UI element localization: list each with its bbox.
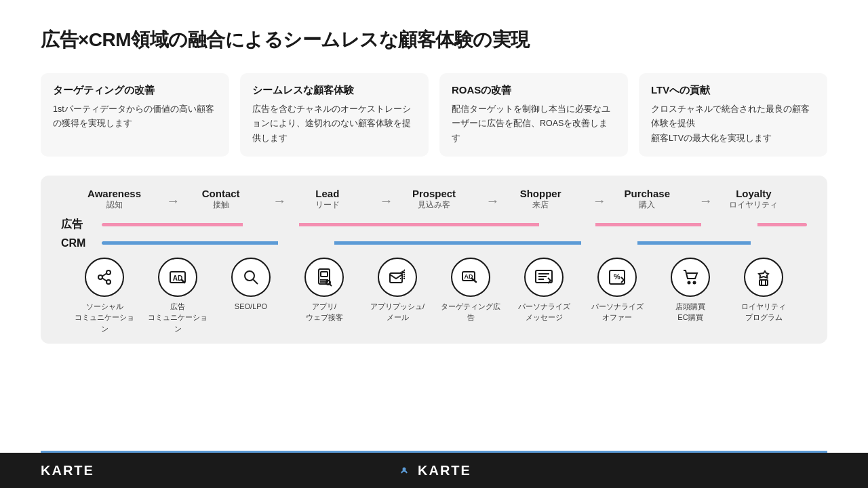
- stage-contact-en: Contact: [202, 188, 240, 199]
- svg-line-3: [102, 273, 106, 276]
- icon-social: ソーシャルコミュニケーション: [74, 258, 135, 335]
- card-targeting: ターゲティングの改善 1stパーティデータからの価値の高い顧客の獲得を実現します: [41, 73, 229, 157]
- stage-purchase-jp: 購入: [639, 199, 655, 211]
- card-roas-body: 配信ターゲットを制御し本当に必要なユーザーに広告を配信、ROASを改善します: [452, 102, 616, 146]
- icon-cart-circle: [671, 258, 710, 297]
- page: 広告×CRM領域の融合によるシームレスな顧客体験の実現 ターゲティングの改善 1…: [0, 0, 868, 488]
- icon-seo-circle: [231, 258, 271, 297]
- svg-rect-10: [321, 272, 328, 277]
- icon-personalize-msg: パーソナライズメッセージ: [513, 258, 574, 323]
- card-targeting-title: ターゲティングの改善: [53, 84, 217, 97]
- svg-point-25: [688, 281, 690, 283]
- card-roas: ROASの改善 配信ターゲットを制御し本当に必要なユーザーに広告を配信、ROAS…: [439, 73, 628, 157]
- stage-loyalty: Loyalty ロイヤリティ: [701, 188, 807, 211]
- svg-point-30: [403, 468, 406, 471]
- stage-awareness-jp: 認知: [106, 199, 123, 211]
- icon-social-circle: [85, 258, 124, 297]
- icon-ad-circle: AD: [158, 258, 197, 297]
- cards-row: ターゲティングの改善 1stパーティデータからの価値の高い顧客の獲得を実現します…: [41, 73, 827, 157]
- svg-line-4: [102, 278, 106, 281]
- icon-loyalty-label: ロイヤリティプログラム: [741, 301, 786, 323]
- icon-push-circle: [378, 258, 417, 297]
- icon-targeting-ad: AD ターゲティング広告: [440, 258, 501, 323]
- stage-shopper-en: Shopper: [520, 188, 561, 199]
- svg-point-2: [106, 280, 111, 284]
- card-seamless-body: 広告を含むチャネルのオーケストレーションにより、途切れのない顧客体験を提供します: [252, 102, 416, 146]
- icon-push-label: アプリプッシュ/メール: [370, 301, 425, 323]
- icon-seo: SEO/LPO: [220, 258, 281, 312]
- card-seamless: シームレスな顧客体験 広告を含むチャネルのオーケストレーションにより、途切れのな…: [240, 73, 429, 157]
- stage-loyalty-en: Loyalty: [736, 188, 772, 199]
- icon-cart-label: 店頭購買EC購買: [675, 301, 705, 323]
- icon-targeting-ad-label: ターゲティング広告: [440, 301, 501, 323]
- icons-row: ソーシャルコミュニケーション AD 広告コミュニケーション: [61, 258, 807, 335]
- icon-ad-label: 広告コミュニケーション: [147, 301, 208, 335]
- stage-shopper-jp: 来店: [532, 199, 549, 211]
- lines-section: 広告 CRM: [61, 218, 807, 249]
- icon-loyalty: ロイヤリティプログラム: [733, 258, 794, 323]
- stage-lead-en: Lead: [315, 188, 339, 199]
- footer: KARTE KARTE: [0, 453, 868, 488]
- icon-loyalty-circle: [744, 258, 783, 297]
- svg-line-14: [330, 284, 332, 286]
- card-seamless-title: シームレスな顧客体験: [252, 84, 416, 97]
- karte-logo-icon: [396, 462, 412, 479]
- card-ltv-title: LTVへの貢献: [651, 84, 815, 97]
- icon-personalize-offer-label: パーソナライズオファー: [591, 301, 644, 323]
- stage-awareness-en: Awareness: [87, 188, 141, 199]
- icon-targeting-ad-circle: AD: [451, 258, 490, 297]
- icon-push: アプリプッシュ/メール: [367, 258, 428, 323]
- icon-app-circle: [304, 258, 344, 297]
- svg-text:%: %: [614, 272, 620, 281]
- icon-personalize-msg-label: パーソナライズメッセージ: [518, 301, 570, 323]
- ad-track: [102, 223, 807, 226]
- icon-social-label: ソーシャルコミュニケーション: [74, 301, 135, 335]
- icon-personalize-offer: % パーソナライズオファー: [587, 258, 648, 323]
- crm-line-row: CRM: [61, 237, 807, 249]
- stage-contact: Contact 接触 →: [167, 188, 274, 211]
- card-targeting-body: 1stパーティデータからの価値の高い顧客の獲得を実現します: [53, 102, 217, 131]
- stage-purchase-en: Purchase: [625, 188, 671, 199]
- stage-prospect-jp: 見込み客: [418, 199, 450, 211]
- svg-rect-27: [760, 280, 768, 285]
- stage-contact-jp: 接触: [213, 199, 229, 211]
- crm-label: CRM: [61, 237, 102, 249]
- card-ltv-body: クロスチャネルで統合された最良の顧客体験を提供顧客LTVの最大化を実現します: [651, 102, 815, 146]
- card-ltv: LTVへの貢献 クロスチャネルで統合された最良の顧客体験を提供顧客LTVの最大化…: [639, 73, 827, 157]
- svg-point-7: [245, 271, 254, 281]
- ad-line-row: 広告: [61, 218, 807, 232]
- journey-section: Awareness 認知 → Contact 接触 → Lead リード → P…: [41, 176, 827, 344]
- icon-personalize-msg-circle: [524, 258, 564, 297]
- svg-point-26: [694, 281, 696, 283]
- page-title: 広告×CRM領域の融合によるシームレスな顧客体験の実現: [41, 27, 827, 53]
- footer-brand-left: KARTE: [41, 463, 94, 479]
- icon-ad: AD 広告コミュニケーション: [147, 258, 208, 335]
- svg-point-1: [106, 270, 111, 274]
- svg-text:AD: AD: [173, 274, 182, 282]
- stage-lead: Lead リード →: [274, 188, 380, 211]
- icon-app: アプリ/ウェブ接客: [294, 258, 355, 323]
- stage-loyalty-jp: ロイヤリティ: [729, 199, 778, 211]
- stage-purchase: Purchase 購入 →: [594, 188, 701, 211]
- stage-lead-jp: リード: [315, 199, 340, 211]
- icon-app-label: アプリ/ウェブ接客: [306, 301, 343, 323]
- stage-prospect: Prospect 見込み客 →: [380, 188, 487, 211]
- svg-point-0: [98, 275, 102, 279]
- footer-logo-text: KARTE: [418, 463, 471, 479]
- icon-cart: 店頭購買EC購買: [660, 258, 721, 323]
- card-roas-title: ROASの改善: [452, 84, 616, 97]
- svg-line-8: [254, 279, 258, 284]
- icon-seo-label: SEO/LPO: [235, 301, 267, 312]
- stage-shopper: Shopper 来店 →: [488, 188, 594, 211]
- stage-awareness: Awareness 認知 →: [61, 188, 167, 211]
- footer-brand-center: KARTE: [396, 462, 471, 479]
- crm-track: [102, 241, 807, 245]
- stages-row: Awareness 認知 → Contact 接触 → Lead リード → P…: [61, 188, 807, 211]
- icon-personalize-offer-circle: %: [597, 258, 637, 297]
- ad-label: 広告: [61, 218, 102, 232]
- stage-prospect-en: Prospect: [412, 188, 456, 199]
